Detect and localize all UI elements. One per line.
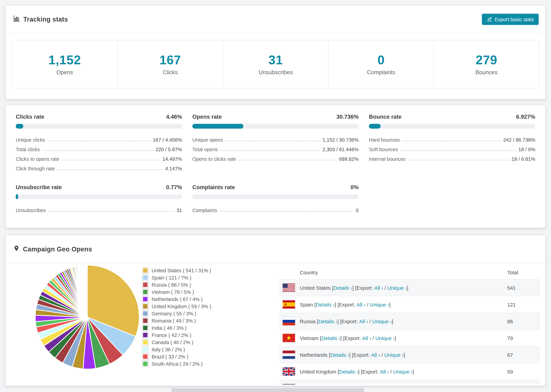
- export-all-link[interactable]: All ›: [357, 301, 366, 307]
- flag-de-icon: [283, 384, 295, 385]
- rate-percent: 0.77%: [166, 184, 182, 190]
- geo-pie-legend: United States ( 541 / 31% )Spain ( 121 /…: [142, 267, 211, 367]
- rates-grid: Clicks rate4.46%Unique clicks167 / 4.456…: [6, 105, 545, 214]
- rate-stat-row: Unsubscribes31: [16, 204, 182, 214]
- rate-stat-label: Unique clicks: [16, 137, 45, 144]
- horizontal-scrollbar[interactable]: [171, 388, 364, 392]
- legend-swatch: [142, 325, 148, 331]
- rate-progress-fill: [16, 124, 23, 129]
- rate-stat-value: 2,303 / 61.446%: [323, 147, 359, 153]
- export-unique-link[interactable]: Unique ›: [372, 318, 392, 324]
- export-unique-link[interactable]: Unique ›: [387, 285, 407, 291]
- rate-stat-label: Soft bounces: [369, 147, 398, 153]
- rate-percent: 6.927%: [516, 113, 535, 120]
- details-link[interactable]: Details ›: [316, 301, 335, 307]
- summary-stat-value: 167: [160, 53, 181, 67]
- rate-title: Complaints rate: [192, 184, 235, 190]
- dotted-leader: [219, 211, 353, 212]
- details-link[interactable]: Details ›: [318, 318, 337, 324]
- dotted-leader: [62, 160, 160, 161]
- tracking-stats-header: Tracking stats Export basic stats: [6, 6, 545, 34]
- rate-stat-label: Unique opens: [192, 137, 223, 144]
- country-name: United Kingdom: [300, 369, 336, 374]
- legend-item: Russia ( 86 / 5% ): [142, 281, 211, 288]
- rate-stat-label: Clicks to opens rate: [16, 156, 59, 163]
- rate-stat-row: Opens to clicks rate689.82%: [192, 153, 359, 163]
- legend-item: Brazil ( 33 / 2% ): [142, 353, 211, 360]
- column-header-total: Total: [507, 269, 540, 275]
- flag-nl-icon: [283, 351, 295, 359]
- summary-stat-label: Unsubscribes: [259, 69, 293, 76]
- export-all-link[interactable]: All ›: [374, 285, 383, 291]
- rate-stat-value: 31: [177, 208, 182, 214]
- summary-stat-unsubscribes: 31Unsubscribes: [223, 40, 328, 88]
- legend-swatch: [142, 289, 148, 295]
- rate-block-complaints-rate: Complaints rate0%Complaints0: [192, 184, 359, 214]
- tracking-stats-title: Tracking stats: [13, 15, 68, 23]
- rate-stat-row: Total opens2,303 / 61.446%: [192, 144, 359, 153]
- dotted-leader: [42, 150, 153, 151]
- flag-ru-icon: [283, 317, 295, 325]
- legend-swatch: [142, 332, 148, 338]
- flag-vn-icon: [283, 334, 295, 342]
- dotted-leader: [47, 140, 150, 141]
- rate-stat-row: Soft bounces18 / 0%: [369, 144, 535, 153]
- rate-percent: 0%: [350, 184, 359, 190]
- rate-stat-label: Unsubscribes: [16, 208, 46, 214]
- export-all-link[interactable]: All ›: [362, 335, 371, 341]
- export-basic-stats-button[interactable]: Export basic stats: [482, 14, 539, 25]
- rate-progress-bar: [192, 124, 359, 129]
- legend-label: South Africa ( 29 / 2% ): [152, 361, 203, 366]
- details-link[interactable]: Details ›: [333, 285, 352, 291]
- export-all-link[interactable]: All ›: [380, 369, 389, 374]
- rate-block-clicks-rate: Clicks rate4.46%Unique clicks167 / 4.456…: [16, 113, 182, 172]
- rate-stat-label: Total opens: [192, 147, 218, 153]
- legend-swatch: [142, 275, 148, 280]
- legend-swatch: [142, 282, 148, 288]
- dotted-leader: [400, 150, 516, 151]
- geo-pie-chart[interactable]: [34, 264, 140, 370]
- legend-label: India ( 46 / 3% ): [152, 325, 187, 331]
- details-link[interactable]: Details ›: [321, 335, 340, 341]
- country-total: 121: [507, 301, 540, 307]
- country-total: 541: [507, 285, 540, 291]
- dotted-leader: [402, 140, 501, 141]
- country-total: 86: [507, 318, 540, 324]
- export-unique-link[interactable]: Unique ›: [384, 352, 404, 358]
- summary-stat-value: 0: [377, 53, 385, 67]
- legend-item: Canada ( 40 / 2% ): [142, 339, 211, 346]
- rate-stat-row: Clicks to opens rate14.497%: [16, 153, 182, 163]
- rate-stat-row: Internal bounces19 / 6.81%: [369, 153, 535, 163]
- legend-label: Vietnam ( 79 / 5% ): [152, 289, 194, 295]
- dotted-leader: [238, 160, 337, 161]
- legend-item: Italy ( 36 / 2% ): [142, 346, 211, 353]
- summary-stat-label: Bounces: [475, 69, 497, 76]
- export-unique-link[interactable]: Unique ›: [370, 301, 389, 307]
- geo-table-row: Germany [Details ›] [Export: All › / Uni…: [279, 380, 540, 385]
- legend-label: Canada ( 40 / 2% ): [152, 339, 193, 345]
- export-unique-link[interactable]: Unique ›: [375, 335, 395, 341]
- summary-stat-clicks: 167Clicks: [117, 40, 223, 88]
- legend-item: United Kingdom ( 59 / 3% ): [142, 303, 211, 310]
- geo-table-row: Russia [Details ›] [Export: All › / Uniq…: [279, 313, 540, 329]
- export-all-link[interactable]: All ›: [371, 352, 380, 358]
- legend-label: Italy ( 36 / 2% ): [152, 347, 185, 352]
- rate-stat-value: 19 / 6.81%: [511, 156, 535, 163]
- summary-stat-label: Complaints: [367, 69, 395, 76]
- country-name: Vietnam: [300, 335, 319, 341]
- rate-stat-label: Internal bounces: [369, 156, 406, 163]
- summary-stat-opens: 1,152Opens: [12, 40, 117, 88]
- rate-stat-row: Unique opens1,152 / 30.736%: [192, 134, 359, 144]
- geo-opens-body: United States ( 541 / 31% )Spain ( 121 /…: [6, 263, 545, 391]
- rate-stat-row: Total clicks220 / 5.87%: [16, 144, 182, 153]
- details-link[interactable]: Details ›: [339, 369, 358, 374]
- rate-block-bounce-rate: Bounce rate6.927%Hard bounces242 / 86.73…: [369, 113, 535, 172]
- export-unique-link[interactable]: Unique ›: [393, 369, 412, 374]
- details-link[interactable]: Details ›: [330, 352, 349, 358]
- summary-stat-complaints: 0Complaints: [328, 40, 434, 88]
- country-name: Netherlands: [300, 352, 327, 358]
- dotted-leader: [225, 140, 320, 141]
- export-all-link[interactable]: All ›: [359, 318, 368, 324]
- rate-stat-label: Opens to clicks rate: [192, 156, 236, 163]
- rate-stat-label: Hard bounces: [369, 137, 400, 144]
